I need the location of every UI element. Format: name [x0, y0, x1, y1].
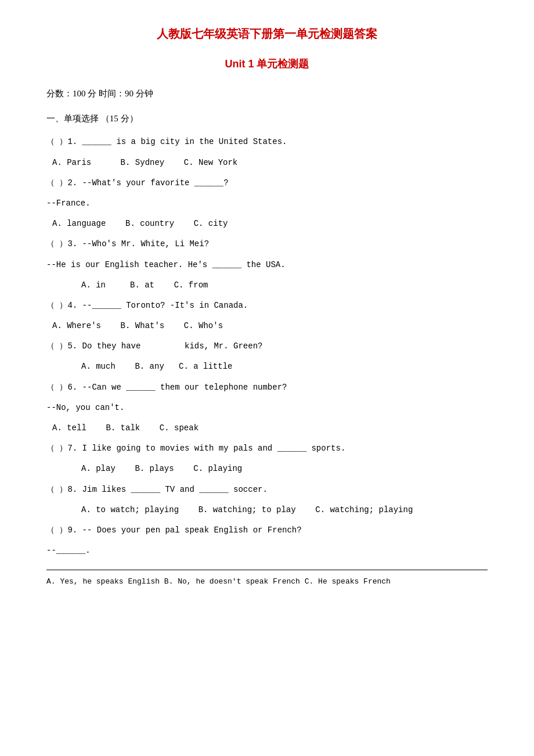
- meta-info: 分数：100 分 时间：90 分钟: [46, 86, 488, 102]
- q1-number: （ ）1. ______ is a big city in the United…: [46, 137, 287, 146]
- question-3: （ ）3. --Who's Mr. White, Li Mei?: [46, 237, 488, 251]
- question-1: （ ）1. ______ is a big city in the United…: [46, 135, 488, 149]
- question-6: （ ）6. --Can we ______ them our telephone…: [46, 380, 488, 395]
- q3-answer: --He is our English teacher. He's ______…: [46, 258, 488, 272]
- q4-number: （ ）4. --______ Toronto? -It's in Canada.: [46, 301, 248, 310]
- main-title: 人教版七年级英语下册第一单元检测题答案: [46, 23, 488, 44]
- q9-answer: --______.: [46, 543, 488, 558]
- q3-options: A. in B. at C. from: [46, 278, 488, 293]
- q9-number: （ ）9. -- Does your pen pal speak English…: [46, 525, 302, 535]
- question-2: （ ）2. --What's your favorite ______?: [46, 176, 488, 190]
- question-7: （ ）7. I like going to movies with my pal…: [46, 441, 488, 456]
- q6-number: （ ）6. --Can we ______ them our telephone…: [46, 383, 287, 392]
- section-divider: [46, 570, 488, 570]
- sub-title: Unit 1 单元检测题: [46, 55, 488, 73]
- q7-number: （ ）7. I like going to movies with my pal…: [46, 444, 345, 453]
- section1-title: 一、单项选择 （15 分）: [46, 111, 488, 127]
- q2-number: （ ）2. --What's your favorite ______?: [46, 178, 229, 188]
- q1-options: A. Paris B. Sydney C. New York: [46, 156, 488, 170]
- q6-answer: --No, you can't.: [46, 401, 488, 415]
- q7-options: A. play B. plays C. playing: [46, 462, 488, 476]
- q8-number: （ ）8. Jim likes ______ TV and ______ soc…: [46, 485, 268, 494]
- q3-number: （ ）3. --Who's Mr. White, Li Mei?: [46, 239, 209, 249]
- q4-options: A. Where's B. What's C. Who's: [46, 319, 488, 333]
- q9-options: A. Yes, he speaks English B. No, he does…: [46, 575, 488, 588]
- question-8: （ ）8. Jim likes ______ TV and ______ soc…: [46, 483, 488, 497]
- question-9: （ ）9. -- Does your pen pal speak English…: [46, 523, 488, 538]
- q2-answer: --France.: [46, 196, 488, 211]
- q6-options: A. tell B. talk C. speak: [46, 421, 488, 435]
- question-4: （ ）4. --______ Toronto? -It's in Canada.: [46, 298, 488, 313]
- q5-options: A. much B. any C. a little: [46, 359, 488, 374]
- q2-options: A. language B. country C. city: [46, 217, 488, 231]
- q8-options: A. to watch; playing B. watching; to pla…: [46, 503, 488, 517]
- question-5: （ ）5. Do they have kids, Mr. Green?: [46, 339, 488, 354]
- q5-number: （ ）5. Do they have kids, Mr. Green?: [46, 341, 262, 351]
